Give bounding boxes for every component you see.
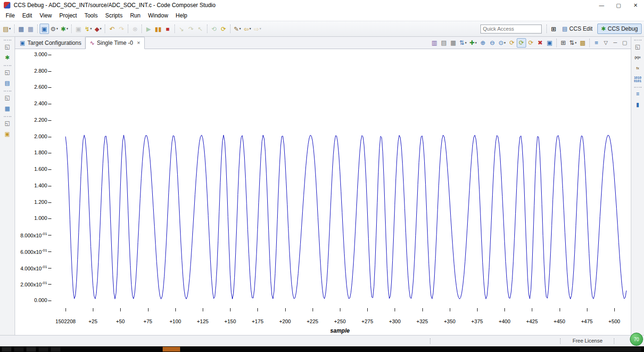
taskbar-item[interactable] — [26, 347, 36, 352]
back-button[interactable]: ⇦▾ — [242, 24, 252, 34]
toolbar-separator — [230, 25, 231, 33]
menu-tools[interactable]: Tools — [81, 11, 101, 20]
open-perspective-icon: ⊞ — [551, 26, 556, 32]
disassembly-view-button[interactable]: ≡ — [633, 89, 643, 99]
refresh-button[interactable]: ⟳ — [219, 24, 228, 34]
pin-view-button[interactable]: ◱ — [633, 42, 643, 51]
measure-button[interactable]: ⊞ — [559, 38, 568, 48]
view-menu-button[interactable]: ▽ — [601, 38, 611, 48]
save-button[interactable]: ▦ — [17, 24, 26, 34]
restore-pane-1-button[interactable]: ◱ — [2, 42, 13, 51]
redo-button[interactable]: ↷ — [116, 24, 126, 34]
taskbar-item[interactable] — [51, 347, 60, 352]
status-bar: Free License 70 — [0, 335, 644, 346]
memory-browser-view-button[interactable]: ▮ — [633, 100, 643, 109]
graph-properties-button[interactable]: ▩ — [578, 38, 587, 48]
tab-target-configurations[interactable]: ▣Target Configurations — [16, 37, 85, 49]
new-button[interactable]: ▤▾ — [1, 24, 12, 34]
add-stream-button[interactable]: ✚▾ — [468, 38, 478, 48]
target-configurations-button[interactable]: ▣ — [40, 24, 49, 34]
menu-view[interactable]: View — [36, 11, 56, 20]
show-grid-button[interactable]: ▦ — [448, 38, 458, 48]
terminate-button[interactable]: ■ — [163, 24, 173, 34]
taskbar-item[interactable] — [14, 347, 24, 352]
stack-button[interactable]: ⇅▾ — [568, 38, 578, 48]
window-controls: — ▢ ✕ — [593, 0, 644, 10]
menu-project[interactable]: Project — [56, 11, 81, 20]
zoom-in-button[interactable]: ⊕ — [478, 38, 487, 48]
perspective-label: CCS Edit — [570, 25, 593, 32]
perspective-ccs-debug[interactable]: ✱CCS Debug — [597, 24, 642, 34]
dropdown-caret-icon: ▾ — [100, 27, 102, 31]
step-return-button[interactable]: ↖ — [196, 24, 205, 34]
disassembly-view-icon: ≡ — [636, 91, 639, 97]
sync-button[interactable]: ⟳ — [507, 38, 517, 48]
restore-pane-3-button[interactable]: ◱ — [2, 93, 13, 102]
minimize-view-button[interactable]: ─ — [611, 38, 620, 48]
suspend-button[interactable]: ▮▮ — [153, 24, 163, 34]
zoom-out-button[interactable]: ⊖ — [487, 38, 497, 48]
display-format-button[interactable]: ▥ — [429, 38, 439, 48]
undo-icon: ↶ — [109, 26, 115, 32]
legend-button[interactable]: ≡ — [592, 38, 601, 48]
menu-file[interactable]: File — [2, 11, 18, 20]
restore-pane-4-button[interactable]: ◱ — [2, 118, 13, 128]
undo-button[interactable]: ↶ — [107, 24, 116, 34]
save-all-button[interactable]: ▦ — [26, 24, 35, 34]
search-button[interactable]: ⊙▾ — [497, 38, 507, 48]
open-perspective-button[interactable]: ⊞ — [549, 24, 558, 34]
registers-view-button[interactable]: 1010 0101 — [633, 75, 643, 84]
build-button[interactable]: ⚙▾ — [49, 24, 59, 34]
flash-button[interactable]: ↯▾ — [83, 24, 93, 34]
minimize-view-icon: ─ — [613, 40, 617, 45]
tab-label: Single Time -0 — [97, 40, 133, 46]
quick-access-input[interactable] — [480, 25, 542, 34]
highlight-button[interactable]: ◆▾ — [93, 24, 103, 34]
menu-run[interactable]: Run — [126, 11, 144, 20]
taskbar-item[interactable] — [163, 347, 180, 352]
show-grid-icon: ▦ — [450, 40, 456, 46]
maximize-button[interactable]: ▢ — [610, 0, 627, 10]
menu-edit[interactable]: Edit — [18, 11, 36, 20]
taskbar-item[interactable] — [2, 347, 11, 352]
auto-refresh-button[interactable]: ⟳ — [526, 38, 536, 48]
variables-view-button[interactable]: (x)= — [633, 53, 643, 62]
project-explorer-view-button[interactable]: ▣ — [2, 129, 13, 139]
debug-view-button[interactable]: ✱ — [2, 53, 13, 62]
minimize-button[interactable]: — — [593, 0, 610, 10]
registers-table-view-button[interactable]: ▦ — [2, 104, 13, 113]
step-over-icon: ↷ — [188, 26, 193, 32]
graph-canvas[interactable]: 3.0002.8002.6002.4002.2002.0001.8001.600… — [15, 49, 631, 335]
maximize-view-button[interactable]: ▢ — [620, 38, 629, 48]
statusbar-separator — [560, 338, 561, 344]
taskbar-item[interactable] — [39, 347, 48, 352]
restore-pane-2-button[interactable]: ◱ — [2, 67, 13, 77]
step-into-button[interactable]: ↘ — [177, 24, 186, 34]
menu-scripts[interactable]: Scripts — [101, 11, 126, 20]
clear-graph-button[interactable]: ✖ — [536, 38, 545, 48]
snapshot-button[interactable]: ▣ — [545, 38, 554, 48]
debug-button[interactable]: ✱▾ — [59, 24, 69, 34]
notification-badge[interactable]: 70 — [630, 333, 643, 346]
last-edit-location-button[interactable]: ✎▾ — [232, 24, 242, 34]
skip-breakpoints-button[interactable]: ⊗ — [130, 24, 140, 34]
close-button[interactable]: ✕ — [627, 0, 644, 10]
show-data-button[interactable]: ▤ — [439, 38, 448, 48]
step-over-button[interactable]: ↷ — [186, 24, 196, 34]
new-target-button[interactable]: ▣ — [74, 24, 83, 34]
refresh-graph-button[interactable]: ⟳ — [517, 38, 526, 48]
toolbar-separator — [207, 25, 207, 33]
restart-button[interactable]: ⟲ — [209, 24, 219, 34]
menu-help[interactable]: Help — [172, 11, 191, 20]
tab-close-icon[interactable]: ✕ — [137, 41, 140, 45]
sort-button[interactable]: ⇅▾ — [458, 38, 468, 48]
resume-button[interactable]: ▶ — [144, 24, 153, 34]
perspective-ccs-edit[interactable]: ▤CCS Edit — [558, 24, 596, 34]
taskbar[interactable] — [0, 346, 644, 352]
console-view-button[interactable]: ▤ — [2, 78, 13, 88]
expressions-view-button[interactable]: fx — [633, 64, 643, 73]
menu-window[interactable]: Window — [144, 11, 172, 20]
forward-button[interactable]: ⇨▾ — [253, 24, 263, 34]
taskbar-item[interactable] — [580, 347, 641, 352]
tab-single-time-0[interactable]: ∿Single Time -0✕ — [85, 37, 144, 49]
